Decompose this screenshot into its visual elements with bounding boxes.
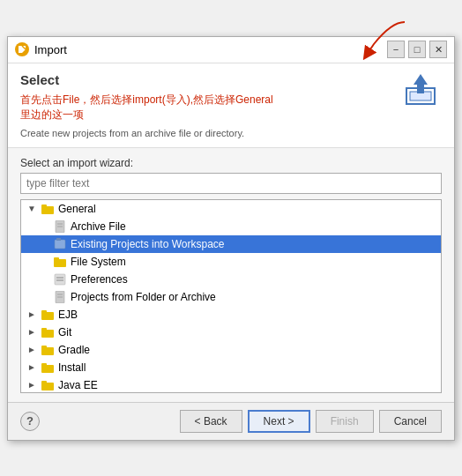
help-button[interactable]: ? xyxy=(20,412,40,431)
tree-label-install: Install xyxy=(58,361,86,374)
tree-item-projects-folder[interactable]: Projects from Folder or Archive xyxy=(21,288,441,306)
maximize-button[interactable]: □ xyxy=(408,41,426,58)
window-title: Import xyxy=(34,43,387,56)
annotation-line1: 首先点击File，然后选择import(导入),然后选择General xyxy=(20,93,273,108)
project-icon-existing xyxy=(53,237,67,251)
expand-icon-install: ► xyxy=(25,361,39,375)
svg-rect-12 xyxy=(55,274,65,285)
expand-icon-git: ► xyxy=(25,325,39,339)
finish-button[interactable]: Finish xyxy=(316,410,374,433)
svg-rect-4 xyxy=(41,205,47,208)
arrow-annotation xyxy=(356,18,409,62)
svg-rect-27 xyxy=(41,381,47,384)
footer-buttons: < Back Next > Finish Cancel xyxy=(180,410,442,433)
expand-icon-gradle: ► xyxy=(25,343,39,357)
expand-icon-general: ▼ xyxy=(25,202,39,216)
window-icon xyxy=(15,42,29,56)
filter-label: Select an import wizard: xyxy=(20,157,442,169)
header-subtitle: Create new projects from an archive file… xyxy=(20,128,273,138)
tree-item-file-system[interactable]: File System xyxy=(21,253,441,271)
svg-rect-8 xyxy=(55,240,65,249)
folder-icon-git xyxy=(41,325,55,339)
tree-item-general[interactable]: ▼ General xyxy=(21,200,441,218)
tree-label-git: Git xyxy=(58,326,71,338)
svg-rect-21 xyxy=(41,328,47,331)
tree-label-gradle: Gradle xyxy=(58,344,90,356)
tree-item-git[interactable]: ► Git xyxy=(21,324,441,341)
tree-item-gradle[interactable]: ► Gradle xyxy=(21,341,441,359)
tree-container[interactable]: ▼ General Archive File Ex xyxy=(20,199,442,393)
tree-item-install[interactable]: ► Install xyxy=(21,359,441,376)
tree-label-filesys: File System xyxy=(71,256,126,268)
folder-icon-general xyxy=(41,202,55,216)
expand-icon-javaee: ► xyxy=(25,378,39,392)
file-icon-archive xyxy=(53,219,67,234)
close-button[interactable]: ✕ xyxy=(429,41,447,58)
header-left: Select 首先点击File，然后选择import(导入),然后选择Gener… xyxy=(20,72,273,138)
import-window: Import − □ ✕ Select 首先点击File，然后选择import(… xyxy=(7,36,455,441)
header-title: Select xyxy=(20,72,273,87)
cancel-button[interactable]: Cancel xyxy=(379,410,442,433)
file-icon-projfolder xyxy=(53,290,67,304)
tree-item-ejb[interactable]: ► EJB xyxy=(21,306,441,324)
footer-left: ? xyxy=(20,412,40,431)
header-section: Select 首先点击File，然后选择import(导入),然后选择Gener… xyxy=(8,63,454,148)
expand-icon-archive xyxy=(37,219,51,234)
tree-label-archive: Archive File xyxy=(71,220,126,233)
svg-rect-25 xyxy=(41,363,47,367)
svg-rect-23 xyxy=(41,346,47,349)
expand-icon-projfolder xyxy=(37,290,51,304)
svg-marker-2 xyxy=(414,74,428,93)
svg-rect-11 xyxy=(54,257,59,261)
tree-label-general: General xyxy=(58,203,96,215)
footer: ? < Back Next > Finish Cancel xyxy=(8,402,454,440)
folder-icon-install xyxy=(41,361,55,375)
expand-icon-ejb: ► xyxy=(25,308,39,322)
header-icon xyxy=(399,72,442,108)
folder-icon-gradle xyxy=(41,343,55,357)
tree-label-projfolder: Projects from Folder or Archive xyxy=(71,291,216,303)
back-button[interactable]: < Back xyxy=(180,410,242,433)
pref-icon xyxy=(53,272,67,286)
tree-item-javaee[interactable]: ► Java EE xyxy=(21,376,441,393)
expand-icon-prefs xyxy=(37,272,51,286)
next-button[interactable]: Next > xyxy=(248,410,310,433)
folder-icon-javaee xyxy=(41,378,55,392)
annotation-line2: 里边的这一项 xyxy=(20,108,273,123)
folder-icon-filesys xyxy=(53,255,67,269)
tree-label-existing: Existing Projects into Workspace xyxy=(71,238,225,250)
tree-label-prefs: Preferences xyxy=(71,273,128,286)
expand-icon-existing xyxy=(37,237,51,251)
expand-icon-filesys xyxy=(37,255,51,269)
content-area: Select an import wizard: ▼ General Archi… xyxy=(8,148,454,402)
tree-item-preferences[interactable]: Preferences xyxy=(21,271,441,288)
tree-item-archive-file[interactable]: Archive File xyxy=(21,218,441,235)
folder-icon-ejb xyxy=(41,308,55,322)
filter-input[interactable] xyxy=(20,173,442,194)
import-icon-svg xyxy=(403,74,438,106)
tree-label-ejb: EJB xyxy=(58,309,78,321)
svg-rect-9 xyxy=(56,238,61,241)
tree-item-existing-projects[interactable]: Existing Projects into Workspace xyxy=(21,235,441,253)
svg-rect-19 xyxy=(41,310,47,314)
tree-label-javaee: Java EE xyxy=(58,379,98,391)
